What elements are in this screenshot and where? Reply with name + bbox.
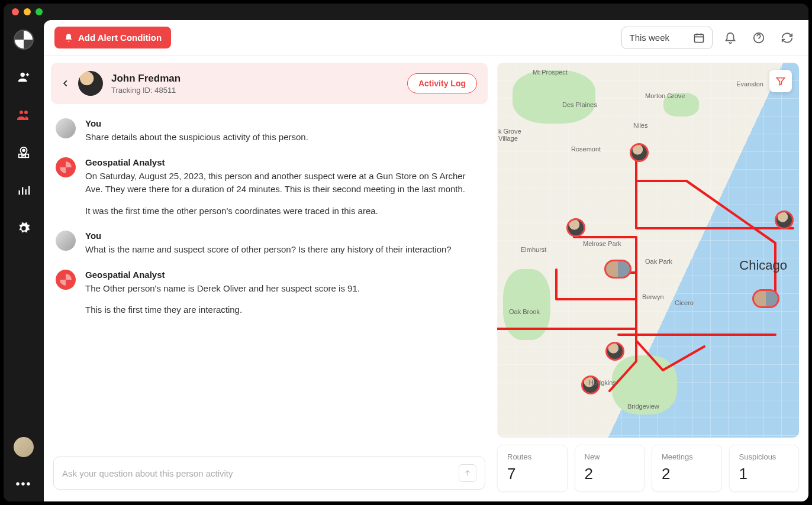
map-pin[interactable] xyxy=(775,211,794,229)
chat-message: You Share details about the suspicious a… xyxy=(56,118,481,144)
msg-text: Share details about the suspicious activ… xyxy=(85,131,481,144)
map-pin-dual[interactable] xyxy=(604,260,631,279)
chat-thread: You Share details about the suspicious a… xyxy=(51,104,488,452)
stat-label: Suspicious xyxy=(739,452,790,461)
map-view[interactable]: Chicago Mt Prospect Des Plaines Evanston… xyxy=(497,63,799,438)
sidebar-people[interactable] xyxy=(13,104,34,125)
map-label: Hodgkins xyxy=(589,379,616,386)
chat-message: Geospatial Analyst The Other person's na… xyxy=(56,270,481,317)
stat-label: Meetings xyxy=(662,452,712,461)
map-label: Berwyn xyxy=(642,293,664,300)
topbar: Add Alert Condition This week xyxy=(44,20,808,56)
stat-value: 7 xyxy=(507,465,558,483)
bell-plus-icon xyxy=(64,33,73,43)
stat-meetings: Meetings 2 xyxy=(652,445,722,492)
svg-rect-6 xyxy=(25,154,29,158)
sidebar-more[interactable]: ••• xyxy=(15,477,31,501)
back-button[interactable] xyxy=(62,79,70,88)
msg-text: The Other person's name is Derek Oliver … xyxy=(85,282,481,296)
msg-author: You xyxy=(85,118,481,128)
user-avatar-icon xyxy=(56,231,76,251)
date-range-picker[interactable]: This week xyxy=(621,27,713,49)
date-range-label: This week xyxy=(629,33,669,43)
map-label: Cicero xyxy=(675,299,694,306)
sidebar-analytics[interactable] xyxy=(13,180,34,201)
refresh-icon xyxy=(781,31,794,44)
msg-author: Geospatial Analyst xyxy=(85,157,481,167)
map-pin-dual[interactable] xyxy=(752,289,779,308)
map-pin[interactable] xyxy=(630,143,649,162)
minimize-window-dot[interactable] xyxy=(24,8,31,15)
person-name: John Fredman xyxy=(111,73,181,85)
calendar-icon xyxy=(693,32,705,44)
stat-new: New 2 xyxy=(575,445,645,492)
svg-rect-7 xyxy=(695,34,704,42)
svg-point-1 xyxy=(20,111,23,114)
msg-author: You xyxy=(85,231,481,241)
map-pin[interactable] xyxy=(566,218,585,237)
msg-text: What is the name and suspect score of ot… xyxy=(85,243,481,257)
stat-suspicious: Suspicious 1 xyxy=(729,445,800,492)
chat-message: You What is the name and suspect score o… xyxy=(56,231,481,257)
sidebar-add-person[interactable] xyxy=(13,66,34,88)
add-alert-button[interactable]: Add Alert Condition xyxy=(54,27,171,48)
map-label: Bridgeview xyxy=(627,403,659,410)
stat-routes: Routes 7 xyxy=(497,445,568,492)
msg-text: On Saturday, August 25, 2023, this perso… xyxy=(85,170,481,196)
map-label: Des Plaines xyxy=(562,101,597,108)
person-tracking-id: Tracking ID: 48511 xyxy=(111,86,181,95)
stat-value: 2 xyxy=(585,465,635,483)
msg-text: This is the first time they are interact… xyxy=(85,303,481,317)
analyst-avatar-icon xyxy=(56,270,76,290)
person-avatar xyxy=(78,71,103,96)
sidebar: ••• xyxy=(4,20,44,501)
person-header: John Fredman Tracking ID: 48511 Activity… xyxy=(51,63,488,104)
stat-value: 1 xyxy=(739,465,790,483)
stat-label: Routes xyxy=(507,452,558,461)
map-label: Rosemont xyxy=(571,145,601,153)
map-label: Evanston xyxy=(736,80,763,88)
maximize-window-dot[interactable] xyxy=(36,8,43,15)
sidebar-map[interactable] xyxy=(13,142,34,163)
add-alert-label: Add Alert Condition xyxy=(78,33,162,43)
map-label: Oak Park xyxy=(645,258,672,265)
help-button[interactable] xyxy=(748,27,769,48)
close-window-dot[interactable] xyxy=(12,8,19,15)
arrow-up-icon xyxy=(463,469,472,477)
svg-point-2 xyxy=(24,111,28,114)
refresh-button[interactable] xyxy=(776,27,798,48)
notifications-button[interactable] xyxy=(720,27,741,48)
analyst-avatar-icon xyxy=(56,157,76,177)
stats-row: Routes 7 New 2 Meetings 2 Suspicious xyxy=(497,445,799,492)
sidebar-profile-avatar[interactable] xyxy=(14,437,34,457)
map-label: k Grove Village xyxy=(498,128,521,142)
map-label: Chicago xyxy=(739,258,787,273)
map-label: Melrose Park xyxy=(583,240,621,247)
chat-message: Geospatial Analyst On Saturday, August 2… xyxy=(56,157,481,218)
titlebar xyxy=(4,4,808,20)
map-label: Mt Prospect xyxy=(533,69,568,76)
svg-point-3 xyxy=(22,150,25,152)
map-label: Oak Brook xyxy=(509,308,540,315)
logo-icon[interactable] xyxy=(14,30,34,50)
map-filter-button[interactable] xyxy=(769,70,792,92)
chevron-left-icon xyxy=(62,79,70,88)
help-icon xyxy=(752,31,765,44)
bell-icon xyxy=(724,31,737,44)
stat-value: 2 xyxy=(662,465,712,483)
chat-input-row xyxy=(53,457,485,490)
map-label: Niles xyxy=(633,122,647,129)
svg-point-0 xyxy=(21,73,25,77)
stat-label: New xyxy=(585,452,635,461)
map-pin[interactable] xyxy=(605,342,624,361)
sidebar-settings[interactable] xyxy=(13,218,34,239)
map-label: Morton Grove xyxy=(645,92,685,99)
msg-text: It was the first time the other person's… xyxy=(85,205,481,218)
map-label: Elmhurst xyxy=(521,246,546,253)
msg-author: Geospatial Analyst xyxy=(85,270,481,280)
user-avatar-icon xyxy=(56,118,76,138)
send-button[interactable] xyxy=(459,464,476,482)
filter-icon xyxy=(775,76,786,86)
chat-input[interactable] xyxy=(62,468,459,478)
activity-log-button[interactable]: Activity Log xyxy=(407,73,477,93)
